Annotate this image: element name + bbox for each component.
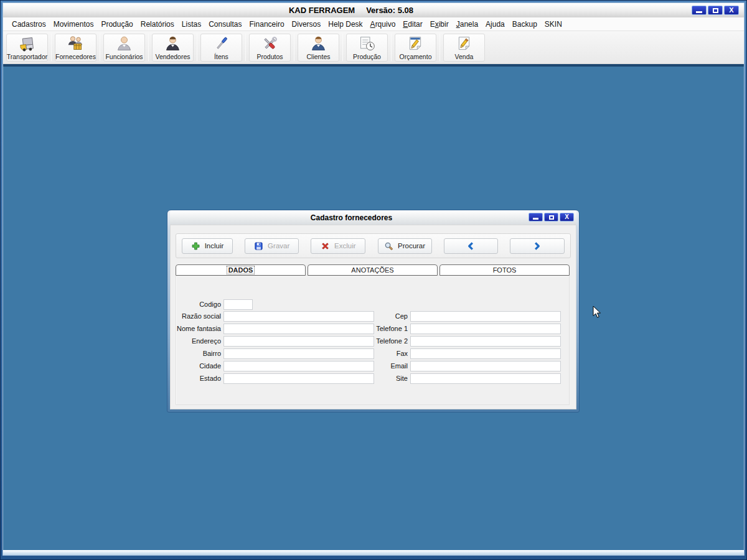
employee-icon [115, 35, 133, 53]
razao-social-label: Razão social [176, 312, 223, 320]
gravar-button[interactable]: Gravar [245, 238, 299, 254]
tab-fotos[interactable]: FOTOS [439, 264, 570, 276]
menu-producao[interactable]: Produção [97, 20, 136, 29]
toolbar-transportador[interactable]: Transportador [6, 34, 48, 62]
toolbar-separator [342, 34, 343, 61]
save-icon [254, 241, 263, 251]
menu-editar[interactable]: Editar [399, 20, 426, 29]
main-toolbar: Transportador Fornecedores Funcionários [3, 31, 744, 64]
dialog-title: Cadastro fornecedores [148, 213, 555, 222]
telefone1-label: Telefone 1 [363, 325, 410, 332]
close-icon: X [729, 7, 733, 14]
toolbar-clientes[interactable]: Clientes [298, 34, 339, 62]
dialog-maximize-button[interactable] [544, 213, 558, 222]
search-icon [384, 241, 393, 251]
bairro-input[interactable] [223, 348, 374, 359]
seller-icon [164, 35, 182, 53]
procurar-button[interactable]: Procurar [378, 238, 432, 254]
telefone1-input[interactable] [410, 324, 561, 334]
mouse-cursor [593, 306, 601, 319]
maximize-button[interactable] [708, 6, 723, 15]
telefone2-label: Telefone 2 [363, 337, 410, 345]
window-chrome: KAD FERRAGEM Versão: 5.08 X Cadastros Mo… [3, 3, 744, 555]
toolbar-funcionarios[interactable]: Funcionários [103, 34, 145, 62]
incluir-button[interactable]: Incluir [182, 238, 233, 254]
fax-input[interactable] [410, 348, 561, 359]
sale-icon [455, 35, 473, 53]
toolbar-fornecedores[interactable]: Fornecedores [55, 34, 96, 62]
toolbar-separator [100, 34, 100, 61]
previous-button[interactable] [444, 238, 498, 254]
cidade-input[interactable] [223, 361, 374, 371]
titlebar[interactable]: KAD FERRAGEM Versão: 5.08 X [3, 3, 744, 17]
dialog-tabs: DADOS ANOTAÇÕES FOTOS [176, 264, 570, 276]
maximize-icon [549, 215, 554, 220]
toolbar-produtos[interactable]: Produtos [249, 34, 291, 62]
telefone2-input[interactable] [410, 336, 561, 347]
tab-dados[interactable]: DADOS [176, 264, 306, 276]
toolbar-separator [294, 34, 294, 61]
dialog-minimize-button[interactable] [529, 213, 543, 222]
menu-financeiro[interactable]: Financeiro [246, 20, 288, 29]
window-title: KAD FERRAGEM Versão: 5.08 [0, 6, 721, 15]
toolbar-itens[interactable]: Ítens [200, 34, 242, 62]
menu-exibir[interactable]: Exibir [426, 20, 453, 29]
menu-arquivo[interactable]: Arquivo [367, 20, 400, 29]
toolbar-producao[interactable]: Produção [346, 34, 388, 62]
codigo-input[interactable] [223, 299, 253, 310]
razao-social-input[interactable] [223, 311, 374, 322]
bairro-label: Bairro [176, 350, 223, 357]
menu-janela[interactable]: Janela [453, 20, 482, 29]
dialog-titlebar[interactable]: Cadastro fornecedores X [170, 210, 576, 225]
dialog-close-button[interactable]: X [560, 213, 574, 222]
email-label: Email [363, 362, 410, 370]
close-button[interactable]: X [724, 6, 739, 15]
toolbar-vendedores[interactable]: Vendedores [152, 34, 194, 62]
tools-icon [261, 35, 279, 53]
menu-skin[interactable]: SKIN [541, 20, 566, 29]
codigo-label: Codigo [176, 301, 223, 308]
menu-movimentos[interactable]: Movimentos [50, 20, 98, 29]
menu-relatorios[interactable]: Relatórios [137, 20, 178, 29]
toolbar-orcamento[interactable]: Orçamento [395, 34, 436, 62]
minimize-button[interactable] [692, 6, 707, 15]
menu-backup[interactable]: Backup [509, 20, 541, 29]
dialog-action-panel: Incluir Gravar [176, 233, 571, 258]
cep-input[interactable] [410, 311, 561, 322]
dialog-cadastro-fornecedores: Cadastro fornecedores X Incluir [167, 210, 580, 413]
email-input[interactable] [410, 361, 561, 371]
budget-icon [406, 35, 425, 53]
toolbar-separator [439, 34, 440, 61]
status-strip [3, 550, 744, 555]
excluir-button[interactable]: Excluir [311, 238, 365, 254]
menu-ajuda[interactable]: Ajuda [482, 20, 509, 29]
production-icon [358, 35, 376, 53]
nome-fantasia-input[interactable] [223, 324, 374, 334]
toolbar-venda[interactable]: Venda [443, 34, 485, 62]
menu-listas[interactable]: Listas [178, 20, 205, 29]
toolbar-separator [51, 34, 52, 61]
menu-consultas[interactable]: Consultas [205, 20, 245, 29]
tab-anotacoes[interactable]: ANOTAÇÕES [308, 264, 438, 276]
menu-help-desk[interactable]: Help Desk [324, 20, 366, 29]
fax-label: Fax [363, 350, 410, 357]
toolbar-separator [197, 34, 197, 61]
menu-cadastros[interactable]: Cadastros [8, 20, 50, 29]
dialog-body: Incluir Gravar [170, 225, 576, 409]
truck-icon [18, 35, 36, 53]
app-name: KAD FERRAGEM [289, 6, 355, 15]
nome-fantasia-label: Nome fantasia [176, 325, 223, 332]
endereco-input[interactable] [223, 336, 374, 347]
next-button[interactable] [510, 238, 565, 254]
menu-diversos[interactable]: Diversos [288, 20, 325, 29]
estado-input[interactable] [223, 373, 374, 384]
maximize-icon [713, 8, 718, 13]
site-input[interactable] [410, 373, 561, 384]
suppliers-icon [67, 35, 85, 53]
close-icon: X [565, 214, 569, 220]
cidade-label: Cidade [176, 362, 223, 370]
chevron-right-icon [532, 241, 542, 251]
mdi-workspace: Cadastro fornecedores X Incluir [3, 64, 744, 550]
toolbar-separator [148, 34, 149, 61]
endereco-label: Endereço [176, 337, 223, 345]
